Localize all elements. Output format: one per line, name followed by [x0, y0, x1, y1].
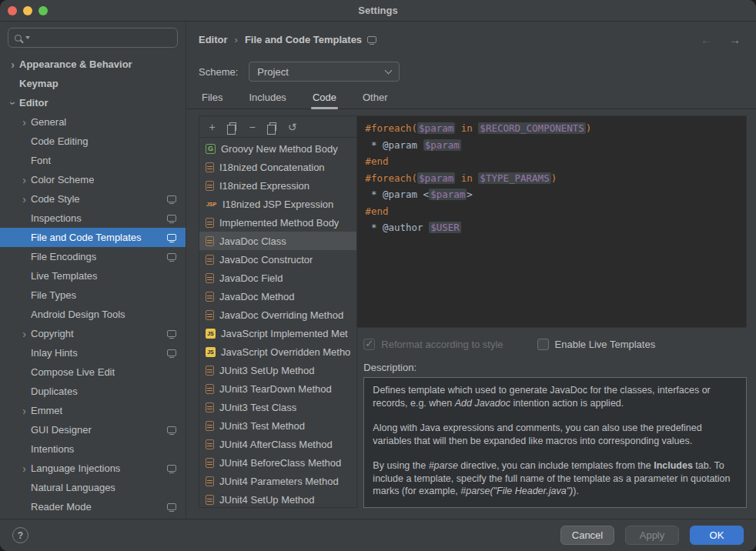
sidebar-item-copyright[interactable]: ›Copyright	[0, 324, 186, 343]
enable-live-templates-checkbox[interactable]	[537, 339, 549, 350]
template-item-junit4-parameters-method[interactable]: JUnit4 Parameters Method	[199, 472, 356, 490]
chevron-right-icon[interactable]: ›	[6, 59, 19, 70]
breadcrumb-editor[interactable]: Editor	[199, 34, 228, 45]
sidebar-item-code-editing[interactable]: Code Editing	[0, 132, 186, 151]
template-item-label: JUnit4 AfterClass Method	[219, 439, 333, 450]
template-item-junit3-test-class[interactable]: JUnit3 Test Class	[199, 398, 356, 416]
tab-includes[interactable]: Includes	[247, 86, 287, 109]
template-item-javadoc-method[interactable]: JavaDoc Method	[199, 287, 356, 306]
template-item-i18nized-concatenation[interactable]: I18nized Concatenation	[199, 158, 356, 176]
code-editor[interactable]: #foreach($param in $RECORD_COMPONENTS) *…	[357, 115, 747, 328]
chevron-right-icon[interactable]: ›	[18, 194, 31, 205]
copy-template-icon[interactable]	[223, 119, 241, 135]
sidebar-item-label: Live Templates	[31, 270, 97, 282]
sidebar-item-language-injections[interactable]: ›Language Injections	[0, 459, 186, 478]
sidebar-item-appearance-behavior[interactable]: ›Appearance & Behavior	[0, 55, 186, 74]
template-item-junit4-setup-method[interactable]: JUnit4 SetUp Method	[199, 490, 356, 507]
ok-button[interactable]: OK	[690, 526, 744, 545]
reset-to-default-icon[interactable]: ↺	[283, 119, 301, 135]
sidebar-item-intentions[interactable]: Intentions	[0, 439, 186, 459]
breadcrumb-separator: ›	[235, 34, 238, 45]
minimize-window-button[interactable]	[23, 6, 32, 15]
sidebar-item-general[interactable]: ›General	[0, 112, 186, 132]
template-item-junit3-teardown-method[interactable]: JUnit3 TearDown Method	[199, 379, 356, 398]
template-item-junit3-test-method[interactable]: JUnit3 Test Method	[199, 416, 356, 435]
template-item-javadoc-overriding-method[interactable]: JavaDoc Overriding Method	[199, 306, 356, 324]
sidebar-item-label: Inspections	[31, 212, 82, 224]
tab-other[interactable]: Other	[361, 86, 390, 109]
template-item-javadoc-field[interactable]: JavaDoc Field	[199, 269, 356, 287]
sidebar-item-file-encodings[interactable]: File Encodings	[0, 247, 186, 266]
sidebar-item-gui-designer[interactable]: GUI Designer	[0, 420, 186, 439]
sidebar-item-live-templates[interactable]: Live Templates	[0, 266, 186, 286]
description-segment: #parse	[429, 460, 458, 471]
sidebar-item-file-types[interactable]: File Types	[0, 286, 186, 305]
window-title: Settings	[0, 5, 756, 16]
chevron-right-icon[interactable]: ›	[18, 175, 31, 185]
sidebar-item-duplicates[interactable]: Duplicates	[0, 382, 186, 401]
sidebar-item-inlay-hints[interactable]: Inlay Hints	[0, 343, 186, 362]
template-item-junit4-afterclass-method[interactable]: JUnit4 AfterClass Method	[199, 435, 356, 453]
add-template-icon[interactable]: +	[203, 119, 221, 135]
scheme-select[interactable]: Project	[249, 62, 400, 82]
remove-template-icon[interactable]: −	[243, 119, 261, 135]
sidebar-item-label: Keymap	[19, 78, 59, 89]
apply-button[interactable]: Apply	[625, 526, 679, 545]
scheme-label: Scheme:	[199, 66, 238, 78]
nav-forward-button[interactable]: →	[729, 33, 741, 46]
template-icon	[206, 458, 214, 468]
template-item-javadoc-class[interactable]: JavaDoc Class	[199, 232, 356, 250]
code-segment: in	[455, 172, 478, 184]
sidebar-item-inspections[interactable]: Inspections	[0, 209, 186, 228]
chevron-right-icon[interactable]: ›	[18, 406, 31, 416]
template-icon	[206, 439, 214, 449]
search-icon	[15, 35, 22, 42]
template-detail-panel: #foreach($param in $RECORD_COMPONENTS) *…	[357, 115, 747, 508]
close-window-button[interactable]	[8, 6, 17, 15]
template-item-implemented-method-body[interactable]: Implemented Method Body	[199, 213, 356, 232]
nav-arrows: ← →	[701, 33, 741, 46]
description-body[interactable]: Defines template which used to generate …	[363, 377, 747, 508]
sidebar-item-android-design-tools[interactable]: Android Design Tools	[0, 305, 186, 324]
settings-search-field[interactable]	[8, 28, 178, 48]
sidebar-item-font[interactable]: Font	[0, 151, 186, 170]
tab-code[interactable]: Code	[311, 86, 338, 109]
cancel-button[interactable]: Cancel	[560, 526, 614, 545]
sidebar-item-reader-mode[interactable]: Reader Mode	[0, 497, 186, 516]
template-icon	[206, 402, 214, 412]
template-item-javadoc-constructor[interactable]: JavaDoc Constructor	[199, 250, 356, 269]
description-segment: Along with Java expressions and comments…	[373, 422, 701, 446]
scheme-value: Project	[257, 66, 386, 78]
sidebar-item-code-style[interactable]: ›Code Style	[0, 189, 186, 209]
template-icon	[206, 366, 214, 376]
chevron-down-icon[interactable]: ›	[8, 96, 18, 109]
template-item-junit4-beforeclass-method[interactable]: JUnit4 BeforeClass Method	[199, 453, 356, 472]
template-item-label: JavaDoc Overriding Method	[219, 309, 343, 321]
chevron-right-icon[interactable]: ›	[18, 329, 31, 339]
zoom-window-button[interactable]	[38, 6, 48, 15]
sidebar-item-color-scheme[interactable]: ›Color Scheme	[0, 170, 186, 189]
duplicate-template-icon[interactable]	[263, 119, 281, 135]
sidebar-item-file-and-code-templates[interactable]: File and Code Templates	[0, 228, 186, 247]
sidebar-item-keymap[interactable]: Keymap	[0, 74, 186, 93]
reformat-checkbox[interactable]	[363, 339, 375, 350]
search-input[interactable]	[32, 32, 171, 44]
sidebar-item-compose-live-edit[interactable]: Compose Live Edit	[0, 362, 186, 382]
template-item-javascript-implemented-met[interactable]: JSJavaScript Implemented Met	[199, 324, 356, 342]
template-item-junit3-setup-method[interactable]: JUnit3 SetUp Method	[199, 361, 356, 379]
tab-files[interactable]: Files	[200, 86, 224, 109]
help-button[interactable]: ?	[12, 527, 28, 543]
sidebar-item-label: Emmet	[31, 405, 62, 416]
sidebar-item-emmet[interactable]: ›Emmet	[0, 401, 186, 420]
nav-back-button[interactable]: ←	[701, 33, 712, 46]
sidebar-item-natural-languages[interactable]: Natural Languages	[0, 478, 186, 497]
chevron-right-icon[interactable]: ›	[18, 463, 31, 474]
sidebar-item-label: File Encodings	[31, 251, 96, 262]
template-item-groovy-new-method-body[interactable]: GGroovy New Method Body	[199, 139, 356, 158]
template-item-javascript-overridden-metho[interactable]: JSJavaScript Overridden Metho	[199, 342, 356, 361]
template-item-i18nized-expression[interactable]: I18nized Expression	[199, 176, 356, 195]
chevron-right-icon[interactable]: ›	[18, 117, 31, 128]
sidebar-item-editor[interactable]: ›Editor	[0, 93, 186, 112]
template-item-label: JUnit3 Test Method	[219, 420, 305, 432]
template-item-i18nized-jsp-expression[interactable]: JSPI18nized JSP Expression	[199, 195, 356, 213]
